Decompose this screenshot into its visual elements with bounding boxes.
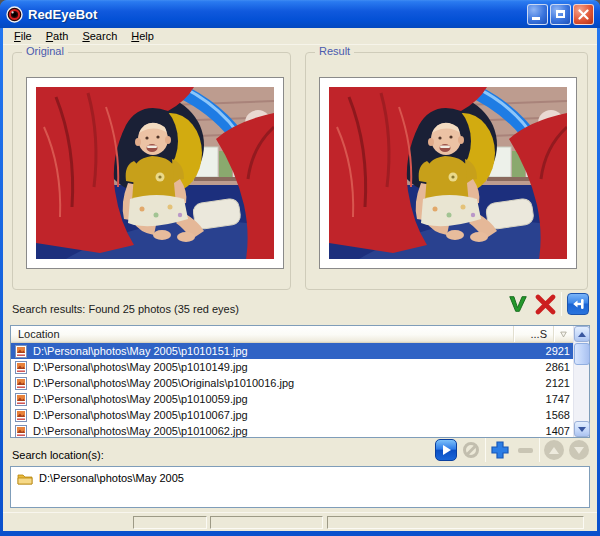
scroll-up-icon xyxy=(578,332,586,337)
move-up-icon xyxy=(544,440,564,460)
menu-item[interactable]: Search xyxy=(75,29,124,43)
stop-icon xyxy=(463,442,479,458)
result-path: D:\Personal\photos\May 2005\p1010149.jpg xyxy=(33,361,527,373)
result-score: 2921 xyxy=(527,345,573,357)
maximize-button[interactable] xyxy=(550,4,571,25)
result-path: D:\Personal\photos\May 2005\p1010059.jpg xyxy=(33,393,527,405)
original-group-label: Original xyxy=(22,45,68,57)
separator xyxy=(561,292,562,316)
play-icon xyxy=(443,445,451,455)
separator xyxy=(539,438,540,462)
app-icon xyxy=(6,6,23,23)
original-photo xyxy=(36,87,274,259)
status-panel xyxy=(133,516,207,529)
jpeg-file-icon xyxy=(15,425,28,438)
reject-button[interactable] xyxy=(534,293,556,315)
location-path: D:\Personal\photos\May 2005 xyxy=(39,472,184,484)
move-up-button[interactable] xyxy=(543,439,565,461)
menu-item[interactable]: File xyxy=(7,29,39,43)
jpeg-file-icon xyxy=(15,345,28,358)
original-photo-frame xyxy=(26,77,284,269)
title-bar[interactable]: RedEyeBot xyxy=(0,0,600,28)
result-groupbox: Result xyxy=(305,52,588,290)
export-icon xyxy=(571,297,585,311)
column-header-score[interactable]: ...S xyxy=(514,326,554,342)
scroll-up-button[interactable] xyxy=(574,326,590,342)
locations-toolbar xyxy=(435,437,590,463)
stop-search-button[interactable] xyxy=(460,439,482,461)
jpeg-file-icon xyxy=(15,393,28,406)
original-groupbox: Original xyxy=(12,52,291,290)
jpeg-file-icon xyxy=(15,409,28,422)
scroll-down-icon xyxy=(578,427,586,432)
result-row[interactable]: D:\Personal\photos\May 2005\p1010067.jpg… xyxy=(11,407,573,423)
client-area: Original Result Search results: Found 25… xyxy=(3,45,597,512)
minimize-icon xyxy=(532,17,540,20)
move-down-button[interactable] xyxy=(568,439,590,461)
separator xyxy=(485,438,486,462)
results-list: Location ...S D:\Personal\photos\May 200… xyxy=(10,325,590,438)
result-path: D:\Personal\photos\May 2005\p1010062.jpg xyxy=(33,425,527,437)
window-title: RedEyeBot xyxy=(28,7,527,22)
result-score: 1568 xyxy=(527,409,573,421)
result-row[interactable]: D:\Personal\photos\May 2005\p1010059.jpg… xyxy=(11,391,573,407)
move-down-icon xyxy=(569,440,589,460)
result-score: 2121 xyxy=(527,377,573,389)
status-panel xyxy=(327,516,584,529)
result-actions xyxy=(507,292,589,316)
app-window: RedEyeBot FilePathSearchHelp Original Re… xyxy=(0,0,600,536)
result-row[interactable]: D:\Personal\photos\May 2005\Originals\p1… xyxy=(11,375,573,391)
result-score: 1747 xyxy=(527,393,573,405)
results-summary: Search results: Found 25 photos (35 red … xyxy=(12,303,239,315)
result-photo xyxy=(329,87,567,259)
result-score: 1407 xyxy=(527,425,573,437)
result-path: D:\Personal\photos\May 2005\p1010067.jpg xyxy=(33,409,527,421)
search-locations-label: Search location(s): xyxy=(12,449,104,461)
close-icon xyxy=(578,9,589,20)
export-button[interactable] xyxy=(567,293,589,315)
result-path: D:\Personal\photos\May 2005\Originals\p1… xyxy=(33,377,527,389)
sort-indicator[interactable] xyxy=(554,326,573,342)
folder-icon xyxy=(17,472,33,485)
close-button[interactable] xyxy=(573,4,594,25)
reject-icon xyxy=(535,294,556,315)
results-list-header: Location ...S xyxy=(11,326,573,343)
jpeg-file-icon xyxy=(15,377,28,390)
locations-list: D:\Personal\photos\May 2005 xyxy=(10,466,590,508)
status-panel xyxy=(210,516,323,529)
maximize-icon xyxy=(556,10,565,18)
result-row[interactable]: D:\Personal\photos\May 2005\p1010151.jpg… xyxy=(11,343,573,359)
jpeg-file-icon xyxy=(15,361,28,374)
location-item[interactable]: D:\Personal\photos\May 2005 xyxy=(13,470,587,486)
minus-icon xyxy=(518,448,533,453)
result-score: 2861 xyxy=(527,361,573,373)
sort-desc-icon xyxy=(560,330,567,339)
accept-button[interactable] xyxy=(507,293,529,315)
result-row[interactable]: D:\Personal\photos\May 2005\p1010149.jpg… xyxy=(11,359,573,375)
remove-location-button[interactable] xyxy=(514,439,536,461)
result-photo-frame xyxy=(319,77,577,269)
menu-bar: FilePathSearchHelp xyxy=(3,28,597,45)
menu-item[interactable]: Path xyxy=(39,29,76,43)
column-header-location[interactable]: Location xyxy=(11,326,514,342)
results-scrollbar[interactable] xyxy=(573,326,589,437)
results-rows: D:\Personal\photos\May 2005\p1010151.jpg… xyxy=(11,343,573,437)
accept-icon xyxy=(507,292,529,316)
minimize-button[interactable] xyxy=(527,4,548,25)
result-group-label: Result xyxy=(315,45,354,57)
run-search-button[interactable] xyxy=(435,439,457,461)
add-location-button[interactable] xyxy=(489,439,511,461)
plus-icon xyxy=(490,440,510,460)
scroll-down-button[interactable] xyxy=(574,421,590,437)
scrollbar-thumb[interactable] xyxy=(574,343,590,365)
result-path: D:\Personal\photos\May 2005\p1010151.jpg xyxy=(33,345,527,357)
menu-item[interactable]: Help xyxy=(124,29,161,43)
status-bar xyxy=(3,512,597,531)
